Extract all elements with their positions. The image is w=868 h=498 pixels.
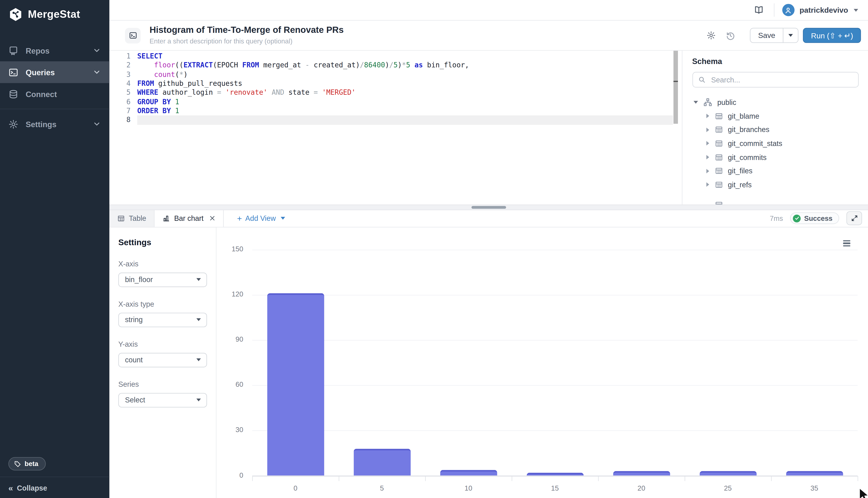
docs-book-icon[interactable] — [752, 3, 766, 17]
field-series: Series Select — [118, 380, 207, 407]
results-body: Settings X-axis bin_floor X-axis type st… — [110, 227, 868, 498]
select-caret-icon — [196, 278, 201, 281]
line-number: 1 — [110, 52, 131, 61]
sidebar: MergeStat Repos Q — [0, 0, 110, 498]
y-gridline — [252, 385, 858, 386]
editor-gutter: 12345678 — [110, 52, 138, 204]
save-dropdown-button[interactable] — [783, 28, 798, 42]
chart-menu-icon[interactable] — [843, 240, 851, 248]
bar[interactable] — [526, 473, 583, 476]
close-icon[interactable] — [209, 215, 215, 221]
y-axis-label: 0 — [221, 471, 243, 479]
field-label: X-axis type — [118, 300, 207, 308]
x-axis-label: 25 — [705, 484, 750, 492]
code-line[interactable]: floor((EXTRACT(EPOCH FROM merged_at - cr… — [137, 61, 673, 70]
line-number: 7 — [110, 107, 131, 116]
add-view-button[interactable]: + Add View — [237, 210, 285, 226]
table-row-git-commits[interactable]: git_commits — [692, 150, 859, 164]
sidebar-item-label: Queries — [26, 68, 55, 77]
avatar[interactable] — [782, 4, 795, 16]
code-line[interactable] — [137, 116, 673, 125]
x-axis-tick — [339, 476, 340, 481]
y-axis-select[interactable]: count — [118, 353, 207, 367]
select-value: string — [125, 316, 143, 324]
table-row-git-refs[interactable]: git_refs — [692, 178, 859, 192]
chevron-down-icon — [93, 46, 101, 54]
bar[interactable] — [699, 471, 756, 476]
splitter-drag-handle[interactable] — [472, 206, 506, 209]
y-axis-label: 90 — [221, 336, 243, 343]
pane-splitter[interactable] — [110, 204, 868, 210]
y-axis-label: 30 — [221, 426, 243, 434]
code-line[interactable]: GROUP BY 1 — [137, 97, 673, 107]
add-view-caret-icon — [281, 217, 285, 220]
sidebar-item-connect[interactable]: Connect — [0, 83, 110, 105]
query-history-icon[interactable] — [723, 28, 737, 43]
x-axis-label: 15 — [533, 484, 577, 492]
table-row-git-commit-stats[interactable]: git_commit_stats — [692, 137, 859, 150]
line-number: 4 — [110, 79, 131, 88]
x-axis-label: 20 — [619, 484, 664, 492]
double-chevron-left-icon: « — [8, 484, 12, 492]
x-axis-tick — [771, 476, 772, 481]
code-line[interactable]: WHERE author_login = 'renovate' AND stat… — [137, 88, 673, 97]
select-caret-icon — [196, 318, 201, 321]
collapse-button[interactable]: « Collapse — [0, 476, 110, 498]
tab-table[interactable]: Table — [110, 210, 155, 226]
schema-root-label: public — [717, 98, 736, 106]
field-x-axis: X-axis bin_floor — [118, 259, 207, 287]
x-axis-select[interactable]: bin_floor — [118, 272, 207, 287]
schema-panel: Schema — [681, 51, 868, 204]
save-label: Save — [758, 31, 775, 39]
schema-node-public[interactable]: public — [692, 95, 859, 109]
save-button[interactable]: Save — [750, 28, 783, 42]
workspace: 12345678 SELECT floor((EXTRACT(EPOCH FRO… — [110, 51, 868, 204]
table-label: git_branches — [728, 126, 769, 134]
sidebar-divider — [0, 109, 110, 109]
x-axis-type-select[interactable]: string — [118, 312, 207, 327]
bar[interactable] — [613, 471, 670, 476]
query-title[interactable]: Histogram of Time-To-Merge of Renovate P… — [150, 25, 384, 35]
sidebar-item-repos[interactable]: Repos — [0, 40, 110, 62]
query-description-input[interactable] — [150, 37, 384, 45]
sql-editor[interactable]: 12345678 SELECT floor((EXTRACT(EPOCH FRO… — [110, 51, 681, 204]
schema-heading: Schema — [692, 57, 859, 66]
table-icon — [714, 126, 723, 134]
table-label: git_files — [728, 167, 752, 175]
x-axis-tick — [512, 476, 512, 481]
select-value: Select — [125, 396, 145, 404]
series-select[interactable]: Select — [118, 393, 207, 407]
query-settings-gear-icon[interactable] — [704, 28, 718, 43]
query-actions: Save Run (⇧ + ↵) — [704, 28, 861, 43]
expand-icon[interactable] — [846, 211, 862, 225]
code-line[interactable]: SELECT — [137, 52, 673, 61]
editor-scrollbar[interactable] — [673, 51, 678, 124]
sidebar-item-queries[interactable]: Queries — [0, 61, 110, 83]
repo-book-icon — [8, 45, 18, 55]
query-duration: 7ms — [770, 214, 783, 222]
bar[interactable] — [353, 449, 410, 476]
table-row-git-branches[interactable]: git_branches — [692, 123, 859, 137]
field-y-axis: Y-axis count — [118, 340, 207, 367]
schema-search-input[interactable] — [710, 75, 853, 84]
logo[interactable]: MergeStat — [0, 0, 110, 27]
code-line[interactable]: FROM github_pull_requests — [137, 79, 673, 88]
tab-label: Bar chart — [174, 214, 204, 222]
run-button[interactable]: Run (⇧ + ↵) — [803, 28, 861, 43]
user-menu-caret-icon[interactable] — [854, 9, 858, 11]
x-axis-tick — [252, 476, 253, 481]
sidebar-item-settings[interactable]: Settings — [0, 113, 110, 135]
sidebar-nav: Repos Queries — [0, 40, 110, 135]
code-line[interactable]: ORDER BY 1 — [137, 107, 673, 116]
username[interactable]: patrickdevivo — [800, 6, 848, 14]
bar[interactable] — [440, 470, 497, 476]
table-row-git-files[interactable]: git_files — [692, 164, 859, 178]
bar[interactable] — [267, 293, 324, 476]
schema-sitemap-icon — [703, 97, 712, 107]
line-number: 3 — [110, 70, 131, 79]
tab-bar-chart[interactable]: Bar chart — [155, 210, 224, 226]
bar[interactable] — [786, 471, 843, 476]
table-row-clipped[interactable] — [692, 198, 859, 204]
code-line[interactable]: count(*) — [137, 70, 673, 79]
table-row-git-blame[interactable]: git_blame — [692, 109, 859, 123]
